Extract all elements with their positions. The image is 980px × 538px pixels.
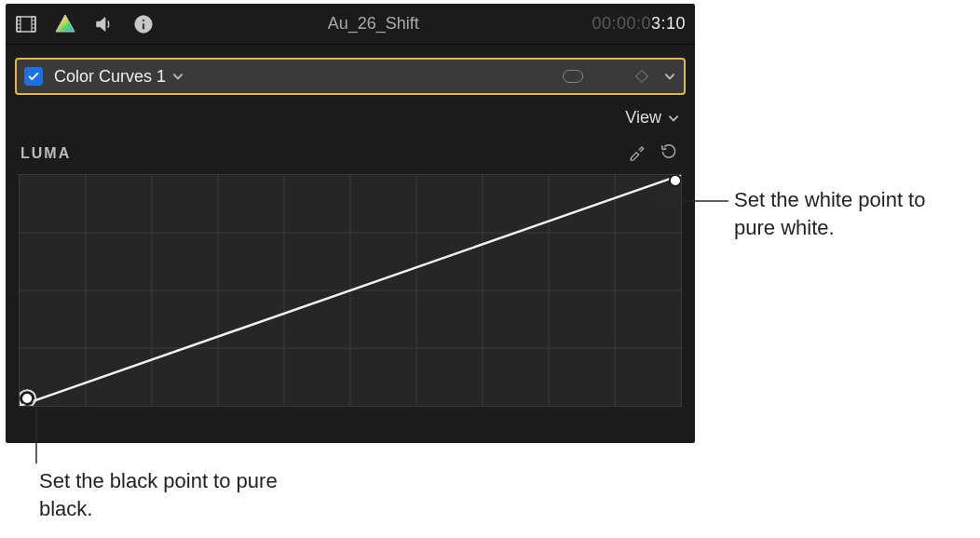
callout-black-point: Set the black point to pure black. (39, 467, 281, 522)
callout-white-point: Set the white point to pure white. (734, 186, 958, 241)
